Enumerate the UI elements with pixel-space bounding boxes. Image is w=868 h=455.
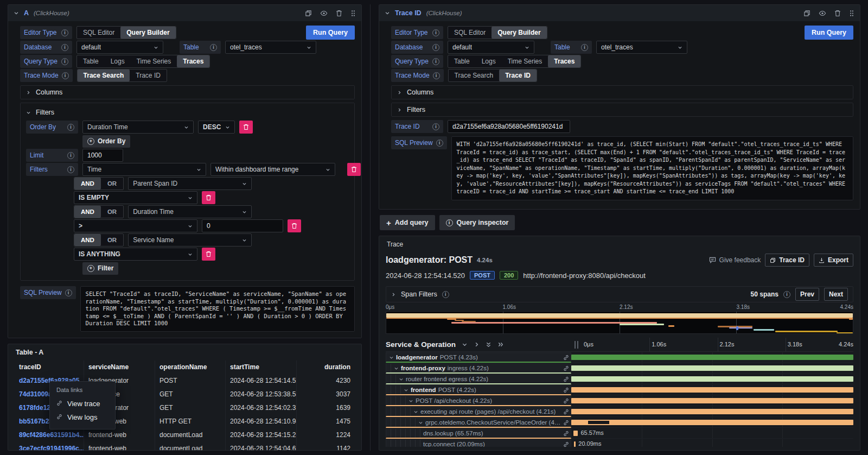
span-row[interactable]: router frontend egress (4.22s): [386, 374, 853, 384]
chevron-down-icon[interactable]: [399, 377, 404, 382]
info-icon[interactable]: i: [432, 44, 439, 51]
span-link-icon[interactable]: [563, 387, 569, 393]
info-icon[interactable]: i: [432, 58, 439, 65]
info-icon[interactable]: i: [61, 29, 68, 36]
span-row[interactable]: executing api route (pages) /api/checkou…: [386, 407, 853, 417]
info-icon[interactable]: i: [442, 291, 449, 298]
info-icon[interactable]: i: [581, 44, 588, 51]
add-order-by-button[interactable]: +Order By: [82, 135, 130, 148]
span-name-cell[interactable]: grpc.oteldemo.CheckoutService/PlaceOrder…: [386, 418, 571, 428]
span-link-icon[interactable]: [563, 420, 569, 426]
remove-filter-button[interactable]: [347, 163, 361, 176]
span-link-icon[interactable]: [563, 398, 569, 404]
option-query-builder[interactable]: Query Builder: [120, 27, 175, 39]
collapse-chevron-icon[interactable]: [14, 10, 19, 16]
span-name-cell[interactable]: dns.lookup (65.57ms): [386, 428, 571, 439]
hide-response-eye-icon[interactable]: [320, 10, 328, 17]
query-inspector-button[interactable]: iQuery inspector: [80, 338, 156, 339]
span-duration-bar[interactable]: [573, 431, 578, 436]
option-or[interactable]: OR: [101, 178, 123, 189]
run-query-button[interactable]: Run Query: [805, 26, 853, 40]
chevron-down-icon[interactable]: [394, 366, 399, 371]
info-icon[interactable]: i: [62, 72, 69, 79]
info-icon[interactable]: i: [61, 58, 68, 65]
trace-link[interactable]: 3ce7ecfc91941996c...: [15, 442, 84, 451]
span-row[interactable]: tcp.connect (20.09ms)20.09ms: [386, 439, 853, 447]
condition-operator-select[interactable]: IS EMPTY: [74, 191, 197, 204]
span-duration-bar[interactable]: [571, 355, 853, 360]
span-timeline-lane[interactable]: [571, 374, 853, 384]
trace-minimap[interactable]: [386, 311, 853, 334]
delete-query-icon[interactable]: [336, 10, 342, 17]
span-name-cell[interactable]: router frontend egress (4.22s): [386, 374, 571, 384]
give-feedback-link[interactable]: Give feedback: [709, 256, 761, 264]
option-table[interactable]: Table: [77, 55, 105, 67]
option-traces[interactable]: Traces: [177, 55, 209, 67]
span-timeline-lane[interactable]: [571, 418, 853, 428]
span-row[interactable]: POST /api/checkout (4.22s): [386, 396, 853, 406]
info-icon[interactable]: i: [210, 44, 217, 51]
drag-handle-icon[interactable]: [350, 10, 356, 17]
option-logs[interactable]: Logs: [476, 55, 502, 67]
filter-time-range-select[interactable]: Within dashboard time range: [210, 163, 335, 176]
option-or[interactable]: OR: [101, 206, 123, 218]
trace-id-copy-button[interactable]: Trace ID: [765, 254, 809, 267]
info-icon[interactable]: i: [61, 44, 68, 51]
span-timeline-lane[interactable]: 65.57ms: [571, 428, 853, 439]
option-time-series[interactable]: Time Series: [502, 55, 548, 67]
info-icon[interactable]: i: [67, 166, 74, 173]
table-select[interactable]: otel_traces: [225, 41, 316, 54]
span-link-icon[interactable]: [563, 376, 569, 382]
span-duration-bar[interactable]: [571, 409, 853, 414]
hide-response-eye-icon[interactable]: [819, 10, 826, 17]
data-link-view-trace[interactable]: View trace: [56, 397, 108, 410]
option-and[interactable]: AND: [74, 206, 101, 218]
condition-field-select[interactable]: Parent Span ID: [128, 177, 252, 190]
expand-all-icon[interactable]: [497, 342, 504, 347]
info-icon[interactable]: i: [783, 291, 790, 298]
collapse-chevron-icon[interactable]: [385, 10, 390, 16]
span-name-cell[interactable]: POST /api/checkout (4.22s): [386, 396, 571, 406]
span-duration-bar[interactable]: [571, 398, 853, 403]
span-duration-bar[interactable]: [571, 376, 853, 382]
remove-order-by-button[interactable]: [239, 121, 253, 134]
option-trace-id[interactable]: Trace ID: [499, 69, 537, 81]
remove-condition-button[interactable]: [288, 219, 301, 232]
add-query-button[interactable]: +Add query: [20, 338, 75, 339]
database-select[interactable]: default: [76, 41, 163, 54]
chevron-down-icon[interactable]: [409, 399, 413, 403]
option-sql-editor[interactable]: SQL Editor: [448, 27, 492, 39]
filter-time-select[interactable]: Time: [82, 163, 206, 176]
filters-section-collapsed[interactable]: Filters: [391, 103, 853, 117]
option-logs[interactable]: Logs: [105, 55, 131, 67]
option-trace-search[interactable]: Trace Search: [449, 69, 500, 81]
data-link-view-logs[interactable]: View logs: [56, 410, 108, 424]
option-table[interactable]: Table: [448, 55, 476, 67]
chevron-down-icon[interactable]: [389, 355, 394, 360]
query-a-header[interactable]: A (ClickHouse): [8, 5, 361, 21]
columns-section[interactable]: Columns: [20, 85, 355, 99]
span-timeline-lane[interactable]: [571, 407, 853, 417]
columns-section[interactable]: Columns: [391, 85, 853, 99]
remove-condition-button[interactable]: [202, 191, 215, 204]
collapse-all-icon[interactable]: [486, 342, 492, 348]
column-header-duration[interactable]: duration: [297, 361, 355, 374]
span-timeline-lane[interactable]: [571, 396, 853, 406]
export-button[interactable]: Export: [814, 254, 853, 267]
duplicate-query-icon[interactable]: [803, 10, 810, 17]
span-name-cell[interactable]: loadgeneratorPOST (4.23s): [386, 352, 571, 363]
span-filters-title[interactable]: Span Filters: [401, 290, 437, 298]
span-duration-bar[interactable]: [574, 441, 576, 447]
span-row[interactable]: frontend-proxyingress (4.22s): [386, 363, 853, 374]
condition-field-select[interactable]: Duration Time: [128, 205, 252, 218]
span-link-icon[interactable]: [563, 409, 569, 415]
condition-field-select[interactable]: Service Name: [128, 233, 252, 247]
column-header-operationname[interactable]: operationName: [155, 361, 226, 374]
prev-span-button[interactable]: Prev: [795, 288, 819, 301]
chevron-down-icon[interactable]: [413, 409, 418, 414]
span-duration-bar[interactable]: [571, 420, 853, 425]
trace-id-input[interactable]: d2a7155ef6a928a05680e5ff6190241d: [448, 120, 570, 133]
column-header-servicename[interactable]: serviceName: [84, 361, 155, 374]
database-select[interactable]: default: [448, 41, 534, 54]
span-row[interactable]: grpc.oteldemo.CheckoutService/PlaceOrder…: [386, 418, 853, 428]
